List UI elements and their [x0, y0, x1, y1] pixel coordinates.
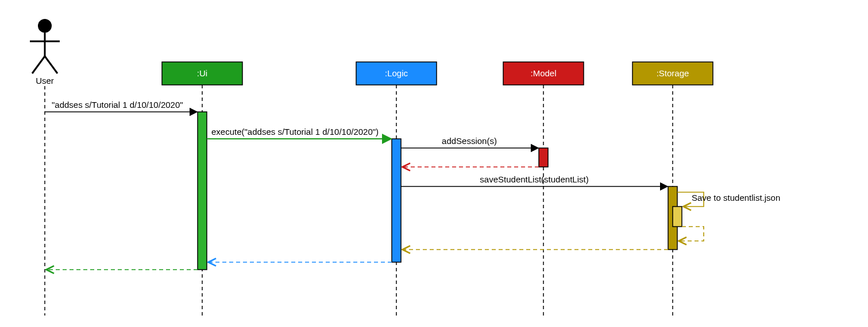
- activation-logic: [392, 139, 401, 262]
- return-storage-self: [680, 227, 704, 241]
- header-storage-label: :Storage: [657, 68, 689, 78]
- msg-user-to-ui-label: "addses s/Tutorial 1 d/10/10/2020": [52, 100, 183, 110]
- sequence-diagram: User :Ui :Logic :Model :Storage "addses …: [0, 0, 868, 327]
- header-ui-label: :Ui: [197, 68, 207, 78]
- msg-logic-to-model-label: addSession(s): [442, 136, 497, 146]
- activation-ui: [198, 112, 207, 270]
- header-model-label: :Model: [530, 68, 556, 78]
- svg-line-4: [45, 56, 57, 73]
- svg-point-0: [38, 19, 52, 33]
- actor-user-label: User: [36, 76, 54, 85]
- header-logic-label: :Logic: [385, 68, 408, 78]
- activation-storage-inner: [673, 207, 682, 227]
- svg-line-3: [32, 56, 45, 73]
- msg-logic-to-storage-label: saveStudentList(studentList): [480, 174, 588, 184]
- msg-storage-self-label: Save to studentlist.json: [692, 193, 780, 203]
- actor-user-icon: [30, 19, 60, 73]
- activation-model: [539, 148, 548, 167]
- msg-ui-to-logic-label: execute("addses s/Tutorial 1 d/10/10/202…: [211, 127, 379, 137]
